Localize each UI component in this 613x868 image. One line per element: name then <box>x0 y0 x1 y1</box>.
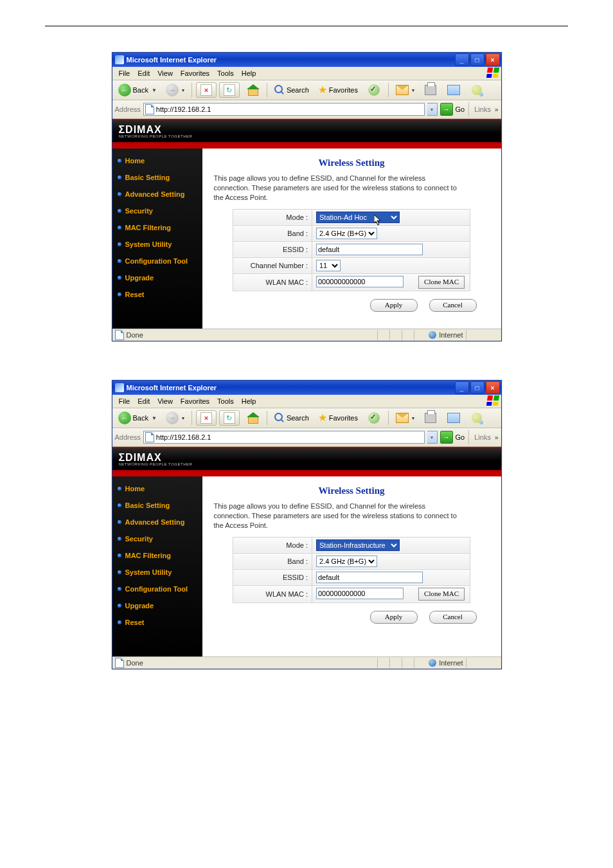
go-button[interactable]: → <box>440 431 453 444</box>
apply-button[interactable]: Apply <box>370 611 418 624</box>
sidebar: HomeBasic SettingAdvanced SettingSecurit… <box>112 476 202 656</box>
history-button[interactable] <box>364 82 384 98</box>
apply-button[interactable]: Apply <box>370 299 418 312</box>
nav-advanced-setting[interactable]: Advanced Setting <box>112 514 202 530</box>
nav-reset[interactable]: Reset <box>112 614 202 631</box>
menu-help[interactable]: Help <box>238 396 260 406</box>
minimize-button[interactable]: _ <box>455 53 469 66</box>
menu-view[interactable]: View <box>154 68 177 78</box>
address-input[interactable]: http://192.168.2.1 <box>143 431 425 444</box>
nav-system-utility[interactable]: System Utility <box>112 564 202 581</box>
zone-label: Internet <box>439 331 463 339</box>
titlebar[interactable]: Microsoft Internet Explorer_□× <box>112 381 501 395</box>
nav-advanced-setting[interactable]: Advanced Setting <box>112 186 202 203</box>
address-dropdown[interactable]: ▾ <box>427 103 438 116</box>
close-button[interactable]: × <box>486 53 500 66</box>
address-input[interactable]: http://192.168.2.1 <box>143 103 425 116</box>
nav-home[interactable]: Home <box>112 152 202 169</box>
menu-favorites[interactable]: Favorites <box>177 396 213 406</box>
page-icon <box>145 104 154 114</box>
input-wlanmac[interactable] <box>316 588 404 599</box>
nav-basic-setting[interactable]: Basic Setting <box>112 497 202 514</box>
menu-view[interactable]: View <box>154 396 177 406</box>
select-mode[interactable]: Station-Ad Hoc <box>316 212 400 223</box>
nav-security[interactable]: Security <box>112 203 202 219</box>
edit-button[interactable] <box>443 410 464 426</box>
nav-upgrade[interactable]: Upgrade <box>112 597 202 614</box>
nav-system-utility[interactable]: System Utility <box>112 236 202 253</box>
close-button[interactable]: × <box>486 381 500 394</box>
maximize-button[interactable]: □ <box>470 53 484 66</box>
row-label: ESSID : <box>233 241 312 257</box>
menu-edit[interactable]: Edit <box>134 68 154 78</box>
menu-tools[interactable]: Tools <box>213 396 238 406</box>
home-button[interactable] <box>242 410 263 426</box>
edit-button[interactable] <box>443 82 464 98</box>
messenger-button[interactable] <box>466 82 487 98</box>
brand-header: ΣDIMAXNETWORKING PEOPLE TOGETHER <box>112 447 501 471</box>
nav-security[interactable]: Security <box>112 530 202 547</box>
back-button[interactable]: ←Back▼ <box>115 82 160 98</box>
address-dropdown[interactable]: ▾ <box>427 431 438 444</box>
titlebar[interactable]: Microsoft Internet Explorer_□× <box>112 53 501 67</box>
home-button[interactable] <box>242 82 263 98</box>
page-title: Wireless Setting <box>214 158 490 168</box>
refresh-icon: ↻ <box>224 84 235 96</box>
chevron-right-icon[interactable]: » <box>495 106 499 113</box>
nav-home[interactable]: Home <box>112 480 202 497</box>
select-channelnumber[interactable]: 11 <box>316 260 341 271</box>
mail-button[interactable]: ▾ <box>393 410 418 426</box>
stop-button[interactable]: × <box>196 82 217 98</box>
zone-label: Internet <box>439 659 463 667</box>
favorites-button[interactable]: ★Favorites <box>315 410 361 426</box>
minimize-button[interactable]: _ <box>455 381 469 394</box>
maximize-button[interactable]: □ <box>470 381 484 394</box>
menu-help[interactable]: Help <box>238 68 260 78</box>
stop-button[interactable]: × <box>196 410 217 426</box>
nav-reset[interactable]: Reset <box>112 286 202 303</box>
print-button[interactable] <box>420 410 441 426</box>
print-button[interactable] <box>420 82 441 98</box>
menu-file[interactable]: File <box>115 68 134 78</box>
select-mode[interactable]: Station-Infrastructure <box>316 539 400 551</box>
search-button[interactable]: Search <box>271 410 312 426</box>
input-wlanmac[interactable] <box>316 276 404 287</box>
mail-button[interactable]: ▾ <box>393 82 418 98</box>
history-button[interactable] <box>364 410 384 426</box>
brand-tagline: NETWORKING PEOPLE TOGETHER <box>119 462 193 466</box>
menu-favorites[interactable]: Favorites <box>177 68 213 78</box>
links-label[interactable]: Links <box>473 433 492 441</box>
select-band[interactable]: 2.4 GHz (B+G) <box>316 228 377 239</box>
input-essid[interactable] <box>316 244 423 255</box>
refresh-button[interactable]: ↻ <box>219 410 240 426</box>
favorites-button[interactable]: ★Favorites <box>315 82 361 98</box>
forward-button[interactable]: →▾ <box>163 410 188 426</box>
cancel-button[interactable]: Cancel <box>429 611 477 624</box>
nav-mac-filtering[interactable]: MAC Filtering <box>112 219 202 236</box>
nav-configuration-tool[interactable]: Configuration Tool <box>112 581 202 597</box>
refresh-button[interactable]: ↻ <box>219 82 240 98</box>
input-essid[interactable] <box>316 572 423 583</box>
back-button[interactable]: ←Back▼ <box>115 410 160 426</box>
select-band[interactable]: 2.4 GHz (B+G) <box>316 556 377 567</box>
nav-mac-filtering[interactable]: MAC Filtering <box>112 547 202 564</box>
search-icon <box>274 85 285 95</box>
bullet-icon <box>118 570 121 574</box>
nav-configuration-tool[interactable]: Configuration Tool <box>112 253 202 269</box>
go-button[interactable]: → <box>440 103 453 116</box>
table-row: WLAN MAC : Clone MAC <box>233 585 470 602</box>
clone-mac-button[interactable]: Clone MAC <box>418 588 465 601</box>
messenger-button[interactable] <box>466 410 487 426</box>
cancel-button[interactable]: Cancel <box>429 299 477 312</box>
clone-mac-button[interactable]: Clone MAC <box>418 276 465 289</box>
forward-button[interactable]: →▾ <box>163 82 188 98</box>
chevron-right-icon[interactable]: » <box>495 434 499 441</box>
menu-tools[interactable]: Tools <box>213 68 238 78</box>
menu-edit[interactable]: Edit <box>134 396 154 406</box>
menu-file[interactable]: File <box>115 396 134 406</box>
star-icon: ★ <box>318 413 327 423</box>
links-label[interactable]: Links <box>473 105 492 113</box>
nav-upgrade[interactable]: Upgrade <box>112 269 202 286</box>
search-button[interactable]: Search <box>271 82 312 98</box>
nav-basic-setting[interactable]: Basic Setting <box>112 169 202 186</box>
